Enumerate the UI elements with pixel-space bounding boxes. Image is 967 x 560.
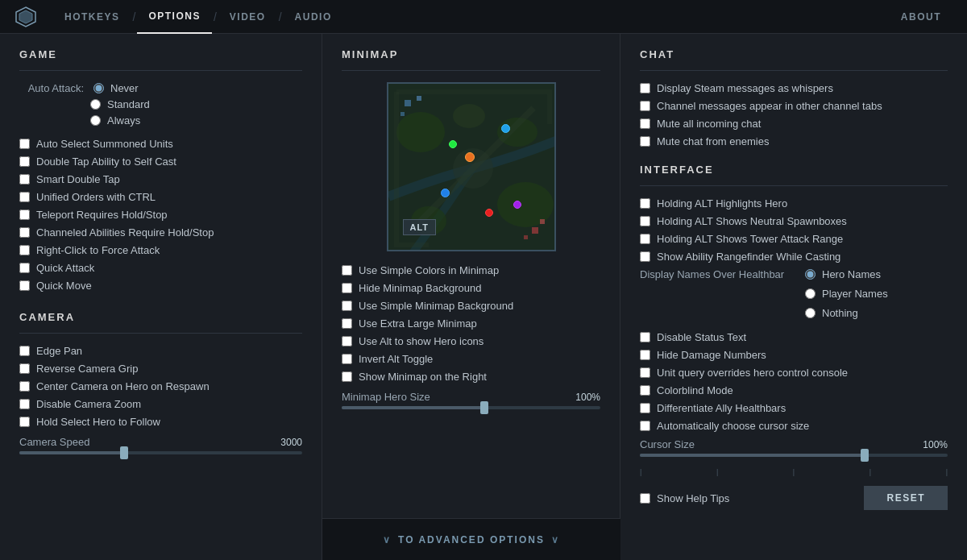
- iface-cb2-3: Colorblind Mode: [640, 384, 948, 396]
- game-cb-input-5[interactable]: [19, 227, 30, 238]
- chat-cb-input-2[interactable]: [640, 118, 650, 129]
- mm-cb-input-5[interactable]: [342, 354, 352, 364]
- cam-cb-input-0[interactable]: [19, 346, 30, 356]
- chat-cb-input-3[interactable]: [640, 136, 650, 147]
- svg-rect-14: [524, 235, 528, 239]
- iface-cb2-input-4[interactable]: [640, 403, 650, 413]
- chat-cb-input-0[interactable]: [640, 83, 650, 93]
- iface-cb-input-1[interactable]: [640, 216, 650, 226]
- iface-cb2-input-0[interactable]: [640, 332, 650, 342]
- mm-cb-5: Invert Alt Toggle: [342, 353, 600, 365]
- game-cb-6: Right-Click to Force Attack: [19, 244, 302, 256]
- mm-cb-2: Use Simple Minimap Background: [342, 300, 600, 312]
- radio-standard[interactable]: [90, 99, 101, 110]
- game-cb-label-2: Smart Double Tap: [36, 173, 120, 185]
- iface-cb-input-2[interactable]: [640, 234, 650, 244]
- mm-cb-input-2[interactable]: [342, 301, 352, 311]
- cam-cb-label-3: Disable Camera Zoom: [36, 398, 141, 410]
- reset-button[interactable]: RESET: [864, 486, 948, 510]
- radio-nothing[interactable]: [805, 308, 816, 318]
- show-help-input[interactable]: [640, 493, 650, 504]
- mm-cb-input-6[interactable]: [342, 371, 352, 382]
- chat-cb-0: Display Steam messages as whispers: [640, 82, 948, 94]
- radio-player-names-label: Player Names: [822, 288, 888, 300]
- radio-always-label: Always: [107, 114, 140, 127]
- svg-point-5: [453, 104, 485, 128]
- mm-cb-label-4: Use Alt to show Hero icons: [359, 335, 484, 347]
- cam-cb-input-1[interactable]: [19, 363, 30, 374]
- advanced-options-label: TO ADVANCED OPTIONS: [398, 534, 545, 545]
- minimap-hero-size-thumb[interactable]: [480, 401, 488, 414]
- mm-cb-label-6: Show Minimap on the Right: [359, 371, 487, 383]
- iface-cb2-4: Differentiate Ally Healthbars: [640, 402, 948, 414]
- mm-cb-input-1[interactable]: [342, 283, 352, 293]
- dn-hero-row: Hero Names: [805, 268, 888, 280]
- game-cb-input-8[interactable]: [19, 280, 30, 291]
- iface-cb2-label-4: Differentiate Ally Healthbars: [657, 402, 786, 414]
- advanced-options-link[interactable]: ∨ TO ADVANCED OPTIONS ∨: [383, 534, 560, 545]
- nav-audio[interactable]: AUDIO: [284, 0, 343, 34]
- show-help-label: Show Help Tips: [657, 492, 729, 504]
- minimap-hero-dot-3: [441, 189, 450, 197]
- game-cb-input-3[interactable]: [19, 192, 30, 202]
- game-cb-label-8: Quick Move: [36, 280, 92, 292]
- radio-player-names[interactable]: [805, 288, 816, 299]
- chat-cb-input-1[interactable]: [640, 101, 650, 111]
- cursor-size-thumb[interactable]: [861, 449, 869, 462]
- camera-checkboxes: Edge Pan Reverse Camera Grip Center Came…: [19, 345, 302, 428]
- iface-cb2-input-5[interactable]: [640, 421, 650, 431]
- iface-cb2-input-3[interactable]: [640, 385, 650, 396]
- iface-cb-label-2: Holding ALT Shows Tower Attack Range: [657, 233, 843, 245]
- game-cb-input-0[interactable]: [19, 139, 30, 149]
- interface-section: INTERFACE Holding ALT Highlights Hero Ho…: [640, 164, 948, 510]
- nav-video[interactable]: VIDEO: [218, 0, 277, 34]
- chevron-down-left-icon: ∨: [383, 534, 392, 545]
- game-cb-input-1[interactable]: [19, 156, 30, 167]
- camera-speed-thumb[interactable]: [120, 446, 128, 459]
- iface-cb-input-0[interactable]: [640, 198, 650, 209]
- mm-cb-0: Use Simple Colors in Minimap: [342, 264, 600, 276]
- cam-cb-input-2[interactable]: [19, 381, 30, 392]
- minimap-hero-dot-2: [501, 124, 510, 133]
- mm-cb-input-0[interactable]: [342, 265, 352, 276]
- game-cb-input-4[interactable]: [19, 209, 30, 220]
- chat-cb-label-0: Display Steam messages as whispers: [657, 82, 833, 94]
- nav-hotkeys[interactable]: HOTKEYS: [53, 0, 131, 34]
- cam-cb-input-3[interactable]: [19, 399, 30, 409]
- iface-cb-label-1: Holding ALT Shows Neutral Spawnboxes: [657, 215, 847, 227]
- mm-cb-input-3[interactable]: [342, 318, 352, 329]
- game-cb-input-2[interactable]: [19, 174, 30, 185]
- radio-hero-names[interactable]: [805, 269, 816, 280]
- right-column: CHAT Display Steam messages as whispers …: [620, 34, 967, 560]
- iface-cb2-label-5: Automatically choose cursor size: [657, 420, 809, 432]
- mm-cb-3: Use Extra Large Minimap: [342, 317, 600, 330]
- radio-never[interactable]: [93, 83, 104, 93]
- cam-cb-input-4[interactable]: [19, 417, 30, 427]
- game-cb-input-7[interactable]: [19, 263, 30, 273]
- iface-cb-1: Holding ALT Shows Neutral Spawnboxes: [640, 215, 948, 227]
- minimap-hero-size-value: 100%: [575, 392, 600, 403]
- iface-cb2-label-2: Unit query overrides hero control consol…: [657, 367, 848, 379]
- chat-title: CHAT: [640, 48, 948, 60]
- minimap-hero-size-track-wrap: [342, 406, 600, 419]
- iface-cb2-input-1[interactable]: [640, 350, 650, 360]
- cursor-size-slider: Cursor Size 100% | | | | |: [640, 438, 948, 476]
- camera-section: CAMERA Edge Pan Reverse Camera Grip Cent…: [19, 311, 302, 464]
- iface-cb-input-3[interactable]: [640, 251, 650, 262]
- radio-always[interactable]: [90, 115, 101, 126]
- chat-section: CHAT Display Steam messages as whispers …: [640, 48, 948, 147]
- auto-attack-never-row: Auto Attack: Never: [19, 82, 302, 94]
- nav-sep-3: /: [277, 10, 284, 23]
- mm-cb-1: Hide Minimap Background: [342, 282, 600, 294]
- game-cb-input-6[interactable]: [19, 245, 30, 255]
- svg-rect-9: [405, 100, 411, 106]
- minimap-hero-dot-1: [465, 152, 475, 162]
- cam-cb-label-4: Hold Select Hero to Follow: [36, 416, 160, 428]
- camera-speed-fill: [19, 451, 124, 454]
- mm-cb-input-4[interactable]: [342, 336, 352, 346]
- radio-never-label: Never: [110, 82, 139, 94]
- nav-about[interactable]: ABOUT: [890, 0, 952, 34]
- nav-options[interactable]: OPTIONS: [137, 0, 212, 34]
- iface-cb2-input-2[interactable]: [640, 367, 650, 378]
- chevron-down-right-icon: ∨: [551, 534, 560, 545]
